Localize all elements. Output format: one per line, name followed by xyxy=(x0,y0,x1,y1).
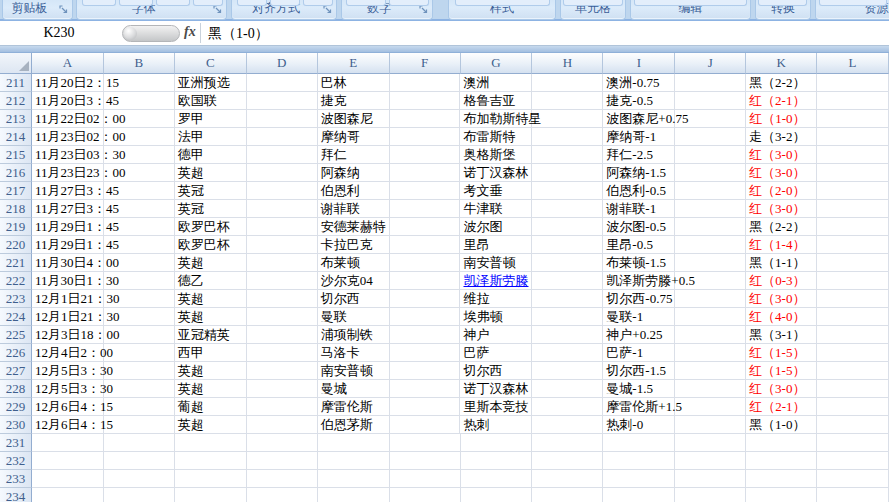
cell-E228[interactable]: 曼城 xyxy=(318,380,390,398)
column-header-J[interactable]: J xyxy=(675,53,746,74)
cell-H234[interactable] xyxy=(532,488,603,502)
cell-K228[interactable]: 红（3-0） xyxy=(746,380,817,398)
cell-J215[interactable] xyxy=(675,146,746,164)
row-header-218[interactable]: 218 xyxy=(0,200,32,218)
cell-G226[interactable]: 巴萨 xyxy=(460,344,532,362)
cell-H230[interactable] xyxy=(532,416,603,434)
cell-C226[interactable]: 西甲 xyxy=(175,344,247,362)
cell-A228[interactable]: 12月5日3：30 xyxy=(32,380,104,398)
dialog-launcher-icon[interactable] xyxy=(419,5,429,15)
row-header-231[interactable]: 231 xyxy=(0,434,32,452)
cell-H227[interactable] xyxy=(532,362,603,380)
row-header-219[interactable]: 219 xyxy=(0,218,32,236)
cell-K218[interactable]: 红（3-0） xyxy=(746,200,817,218)
cell-H219[interactable] xyxy=(532,218,603,236)
column-header-C[interactable]: C xyxy=(175,53,247,74)
cell-I214[interactable]: 摩纳哥-1 xyxy=(603,128,675,146)
cell-E217[interactable]: 伯恩利 xyxy=(318,182,390,200)
cell-L223[interactable] xyxy=(817,290,889,308)
cell-J212[interactable] xyxy=(675,92,746,110)
cell-C221[interactable]: 英超 xyxy=(175,254,247,272)
row-header-223[interactable]: 223 xyxy=(0,290,32,308)
column-header-A[interactable]: A xyxy=(32,53,104,74)
cell-A225[interactable]: 12月3日18：00 xyxy=(32,326,104,344)
cell-A219[interactable]: 11月29日1：45 xyxy=(32,218,104,236)
cell-I212[interactable]: 捷克-0.5 xyxy=(603,92,675,110)
cell-L217[interactable] xyxy=(817,182,889,200)
cell-K230[interactable]: 黑（1-0） xyxy=(746,416,817,434)
row-header-230[interactable]: 230 xyxy=(0,416,32,434)
cell-J217[interactable] xyxy=(675,182,746,200)
cell-I233[interactable] xyxy=(603,470,675,488)
cell-F227[interactable] xyxy=(390,362,461,380)
cell-I223[interactable]: 切尔西-0.75 xyxy=(603,290,675,308)
cell-E232[interactable] xyxy=(318,452,390,470)
cell-L222[interactable] xyxy=(817,272,889,290)
cell-D218[interactable] xyxy=(247,200,318,218)
cell-L224[interactable] xyxy=(817,308,889,326)
cell-A220[interactable]: 11月29日1：45 xyxy=(32,236,104,254)
cell-L233[interactable] xyxy=(817,470,889,488)
cell-H220[interactable] xyxy=(532,236,603,254)
cell-F226[interactable] xyxy=(390,344,461,362)
column-header-L[interactable]: L xyxy=(817,53,889,74)
column-header-K[interactable]: K xyxy=(746,53,817,74)
cell-L227[interactable] xyxy=(817,362,889,380)
cell-D222[interactable] xyxy=(247,272,318,290)
ribbon-group-clipboard[interactable]: 剪贴板 xyxy=(2,0,73,20)
cell-B233[interactable] xyxy=(104,470,175,488)
cell-F217[interactable] xyxy=(390,182,461,200)
dialog-launcher-icon[interactable] xyxy=(59,5,69,15)
cell-E212[interactable]: 捷克 xyxy=(318,92,390,110)
cell-K212[interactable]: 红（2-1） xyxy=(746,92,817,110)
cell-I220[interactable]: 里昂-0.5 xyxy=(603,236,675,254)
cell-I221[interactable]: 布莱顿-1.5 xyxy=(603,254,675,272)
cell-E233[interactable] xyxy=(318,470,390,488)
cell-E226[interactable]: 马洛卡 xyxy=(318,344,390,362)
cell-D223[interactable] xyxy=(247,290,318,308)
cell-E215[interactable]: 拜仁 xyxy=(318,146,390,164)
cell-B231[interactable] xyxy=(104,434,175,452)
cell-F211[interactable] xyxy=(390,74,461,92)
cell-L232[interactable] xyxy=(817,452,889,470)
cell-F212[interactable] xyxy=(390,92,461,110)
cell-A227[interactable]: 12月5日3：30 xyxy=(32,362,104,380)
row-header-233[interactable]: 233 xyxy=(0,470,32,488)
cell-B230[interactable] xyxy=(104,416,175,434)
column-header-B[interactable]: B xyxy=(104,53,175,74)
cell-L229[interactable] xyxy=(817,398,889,416)
cell-H221[interactable] xyxy=(532,254,603,272)
cell-G227[interactable]: 切尔西 xyxy=(460,362,532,380)
cell-A216[interactable]: 11月23日23：00 xyxy=(32,164,104,182)
cell-F228[interactable] xyxy=(390,380,461,398)
cell-G231[interactable] xyxy=(461,434,533,452)
cell-K226[interactable]: 红（1-5） xyxy=(746,344,817,362)
cell-G232[interactable] xyxy=(461,452,533,470)
cell-F232[interactable] xyxy=(390,452,461,470)
cell-A211[interactable]: 11月20日2：15 xyxy=(32,74,104,92)
cell-G211[interactable]: 澳洲 xyxy=(460,74,532,92)
cell-D232[interactable] xyxy=(247,452,318,470)
cell-K217[interactable]: 红（2-0） xyxy=(746,182,817,200)
cell-H223[interactable] xyxy=(532,290,603,308)
cell-G223[interactable]: 维拉 xyxy=(460,290,532,308)
cell-A217[interactable]: 11月27日3：45 xyxy=(32,182,104,200)
cell-H218[interactable] xyxy=(532,200,603,218)
row-header-232[interactable]: 232 xyxy=(0,452,32,470)
cell-C227[interactable]: 英超 xyxy=(175,362,247,380)
cell-F230[interactable] xyxy=(390,416,461,434)
cell-E230[interactable]: 伯恩茅斯 xyxy=(318,416,390,434)
column-header-F[interactable]: F xyxy=(390,53,461,74)
cell-G214[interactable]: 布雷斯特 xyxy=(460,128,532,146)
cell-J225[interactable] xyxy=(675,326,746,344)
cell-H232[interactable] xyxy=(532,452,603,470)
cell-L226[interactable] xyxy=(817,344,889,362)
cell-I218[interactable]: 谢菲联-1 xyxy=(603,200,675,218)
cell-G225[interactable]: 神户 xyxy=(460,326,532,344)
row-header-221[interactable]: 221 xyxy=(0,254,32,272)
cell-D217[interactable] xyxy=(247,182,318,200)
cell-J224[interactable] xyxy=(675,308,746,326)
cell-D213[interactable] xyxy=(247,110,318,128)
cell-G228[interactable]: 诺丁汉森林 xyxy=(460,380,532,398)
cell-G234[interactable] xyxy=(461,488,533,502)
